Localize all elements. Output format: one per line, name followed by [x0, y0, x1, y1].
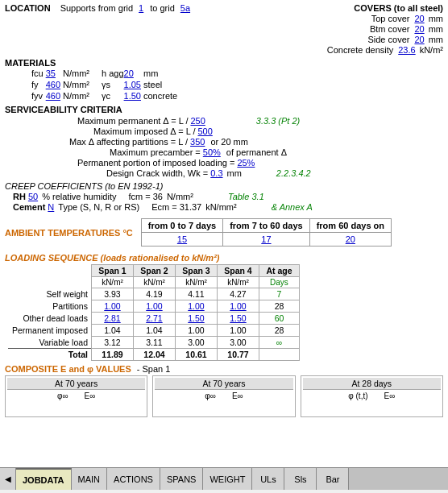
ecm-val: 31.37	[180, 202, 202, 212]
composite-box-col-header: E∞	[85, 392, 96, 400]
loading-cell: 1.04	[133, 325, 175, 337]
cement-val[interactable]: N	[48, 202, 54, 212]
fy-label: fy	[29, 79, 46, 90]
temp-col2-val[interactable]: 17	[223, 233, 309, 246]
composite-box: At 70 yearsφ∞E∞	[5, 375, 147, 417]
fcu-label: fcu	[29, 68, 46, 79]
loading-cell: ∞	[259, 337, 299, 349]
materials-title: MATERIALS	[5, 58, 56, 68]
grid-from[interactable]: 1	[139, 3, 143, 13]
loading-row-label: Self weight	[8, 288, 91, 300]
cement-desc: Type (S, N, R or RS)	[58, 202, 139, 212]
btm-cover-val[interactable]: 20	[414, 24, 424, 34]
fcu-val[interactable]: 35	[46, 68, 56, 78]
perm-val[interactable]: 250	[190, 116, 205, 126]
loading-cell: 4.11	[175, 288, 217, 300]
ecm-unit: kN/mm²	[205, 202, 237, 212]
loading-cell: 10.61	[175, 349, 217, 361]
fy-unit: N/mm²	[60, 79, 92, 90]
imposed-label: Maximum imposed Δ = L /	[93, 126, 195, 136]
tab-jobdata[interactable]: JOBDATA	[16, 468, 72, 490]
perm-label: Maximum permanent Δ = L /	[77, 116, 188, 126]
imposed-val[interactable]: 500	[197, 126, 212, 136]
tab-bar[interactable]: Bar	[317, 468, 349, 490]
crack-label: Design Crack width, Wk =	[106, 168, 208, 178]
yc-label: γc	[92, 90, 124, 102]
svc-title: SERVICEABILITY CRITERIA	[5, 105, 122, 114]
composite-box: At 70 yearsφ∞E∞	[152, 375, 295, 417]
composite-box-title: At 70 years	[7, 378, 145, 390]
loading-cell: 1.00	[133, 300, 175, 313]
composite-box-col-header: E∞	[232, 392, 243, 400]
loading-cell: 2.81	[91, 313, 133, 325]
perm-ref: 3.3.3 (Pt 2)	[256, 116, 300, 126]
ambient-title: AMBIENT TEMPERATURES °C	[5, 228, 133, 238]
tab-scroll-left[interactable]: ◀	[0, 468, 16, 490]
fyv-val[interactable]: 460	[46, 91, 60, 101]
fcu-unit: N/mm²	[60, 68, 92, 79]
fyv-label: fyv	[29, 90, 46, 102]
hagg-label: h agg	[92, 68, 124, 79]
loading-title: LOADING SEQUENCE (loads rationalised to …	[5, 253, 219, 263]
temp-col1-label: from 0 to 7 days	[141, 219, 222, 233]
loading-cell: 1.00	[217, 325, 259, 337]
yc-val[interactable]: 1.50	[124, 91, 141, 101]
perm-imposed-val[interactable]: 25%	[237, 158, 255, 168]
crack-ref: 2.2.3.4.2	[276, 168, 311, 178]
side-cover-val[interactable]: 20	[414, 35, 424, 44]
precamber-label: Maximum precamber =	[110, 147, 201, 157]
perm-imposed-label: Permanent portion of imposed loading =	[77, 158, 234, 168]
loading-cell: 1.00	[91, 300, 133, 313]
ecm-label: Ecm =	[151, 202, 176, 212]
composite-box-title: At 28 days	[303, 378, 441, 390]
composite-title-prefix: COMPOSITE E and φ VALUES	[5, 364, 131, 374]
loading-cell: 3.00	[217, 337, 259, 349]
fy-val[interactable]: 460	[46, 80, 60, 89]
composite-box: At 28 daysφ (t,t)E∞	[301, 375, 443, 417]
fyv-unit: N/mm²	[60, 90, 92, 102]
loading-cell: 3.11	[133, 337, 175, 349]
ecm-ref: & Annex A	[272, 202, 313, 212]
tab-sls[interactable]: Sls	[284, 468, 317, 490]
top-cover-unit: mm	[429, 14, 443, 23]
grid-to[interactable]: 5a	[180, 3, 190, 13]
loading-cell: 1.50	[217, 313, 259, 325]
temp-col1-val[interactable]: 15	[141, 233, 222, 246]
supports-label: Supports from grid	[60, 3, 133, 13]
loading-cell: 1.04	[91, 325, 133, 337]
loading-cell: 7	[259, 288, 299, 300]
loading-cell: 12.04	[133, 349, 175, 361]
loading-cell: 4.27	[217, 288, 259, 300]
btm-cover-unit: mm	[429, 24, 443, 34]
rh-label: RH	[13, 192, 26, 201]
location-label: LOCATION	[5, 3, 51, 13]
crack-unit: mm	[227, 168, 242, 178]
hagg-val[interactable]: 20	[124, 68, 134, 78]
tab-actions[interactable]: ACTIONS	[107, 468, 160, 490]
ys-material: steel	[141, 79, 180, 90]
partition-val[interactable]: 350	[190, 137, 205, 147]
temp-col3-label: from 60 days on	[309, 219, 391, 233]
btm-cover-label: Btm cover	[370, 24, 410, 34]
fcm-unit: N/mm²	[167, 192, 193, 201]
loading-cell: 10.77	[217, 349, 259, 361]
loading-cell: 4.19	[133, 288, 175, 300]
density-label: Concrete density	[327, 45, 394, 55]
tab-bar: ◀ JOBDATAMAINACTIONSSPANSWEIGHTULsSlsBar	[0, 467, 448, 490]
crack-val[interactable]: 0.3	[210, 168, 222, 178]
ys-val[interactable]: 1.05	[124, 80, 141, 89]
loading-cell: 1.00	[175, 325, 217, 337]
tab-main[interactable]: MAIN	[72, 468, 108, 490]
to-grid-label: to grid	[150, 3, 175, 13]
density-val[interactable]: 23.6	[398, 45, 415, 55]
rh-val[interactable]: 50	[28, 192, 38, 201]
rh-desc: % relative humidity	[42, 192, 116, 201]
temp-col3-val[interactable]: 20	[309, 233, 391, 246]
yc-material: concrete	[141, 90, 180, 102]
tab-uls[interactable]: ULs	[252, 468, 284, 490]
tab-weight[interactable]: WEIGHT	[203, 468, 252, 490]
top-cover-val[interactable]: 20	[414, 14, 424, 23]
loading-cell: 28	[259, 300, 299, 313]
tab-spans[interactable]: SPANS	[160, 468, 203, 490]
precamber-val[interactable]: 50%	[203, 147, 221, 157]
